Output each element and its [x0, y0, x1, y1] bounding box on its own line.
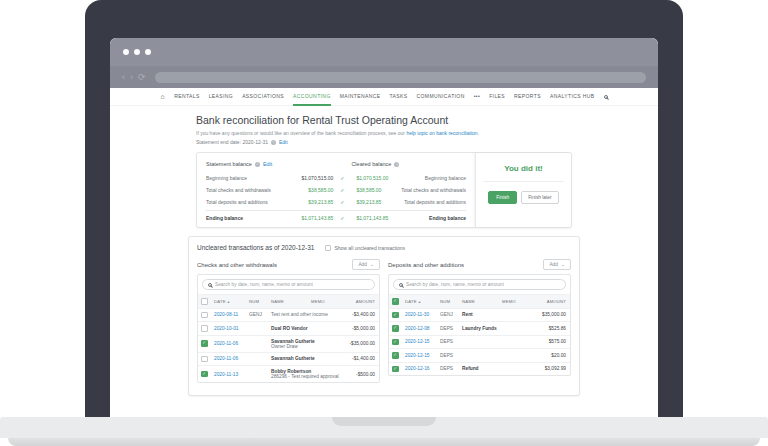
info-icon[interactable]: i: [255, 162, 260, 167]
table-row[interactable]: ✓2020-12-15DEPS$20.00: [389, 348, 570, 362]
deposits-search-input[interactable]: Search by date, num, name, memo or amoun…: [393, 279, 566, 290]
column-header-name: NAME: [271, 299, 311, 304]
row-amount: -$500.00: [339, 372, 375, 377]
deposits-table: Search by date, num, name, memo or amoun…: [388, 274, 571, 376]
help-topic-link[interactable]: help topic on bank reconciliation.: [406, 130, 479, 136]
nav-item-associations[interactable]: ASSOCIATIONS: [242, 88, 284, 106]
row-amount: $20.00: [530, 353, 566, 358]
show-all-checkbox[interactable]: [325, 245, 331, 251]
edit-date-link[interactable]: Edit: [279, 139, 288, 145]
balance-row-value: $38,585.00: [284, 187, 334, 193]
address-bar[interactable]: [155, 72, 646, 83]
balance-row-label: Total checks and withdrawals: [401, 187, 466, 193]
table-row[interactable]: ✓2020-11-30GENJRent$35,000.00: [389, 308, 570, 322]
nav-item-tasks[interactable]: TASKS: [389, 88, 407, 106]
nav-item-maintenance[interactable]: MAINTENANCE: [340, 88, 381, 106]
balance-row-value: $1,070,515.00: [351, 175, 401, 181]
row-date-link[interactable]: 2020-11-13: [214, 372, 249, 377]
row-num: DEPS: [440, 339, 462, 344]
row-checkbox[interactable]: [201, 356, 208, 363]
finish-button[interactable]: Finish: [488, 191, 517, 204]
row-checkbox[interactable]: [201, 312, 208, 319]
show-all-control[interactable]: Show all uncleared transactions: [325, 245, 405, 251]
nav-search-icon[interactable]: [604, 95, 608, 99]
deposits-add-button[interactable]: Add ⌄: [543, 259, 571, 270]
table-row[interactable]: ✓2020-11-13Bobby Robertson286296 - Test …: [198, 365, 379, 382]
row-checkbox[interactable]: ✓: [392, 352, 399, 359]
row-date-link[interactable]: 2020-12-15: [405, 339, 440, 344]
column-header-memo: MEMO: [502, 299, 530, 304]
info-icon[interactable]: i: [394, 162, 399, 167]
row-date-link[interactable]: 2020-12-08: [405, 326, 440, 331]
row-num: DEPS: [440, 326, 462, 331]
edit-balance-link[interactable]: Edit: [263, 161, 272, 167]
row-date-link[interactable]: 2020-08-11: [214, 312, 249, 317]
row-checkbox[interactable]: ✓: [392, 312, 399, 319]
browser-title-bar: [110, 38, 658, 66]
row-checkbox[interactable]: ✓: [392, 366, 399, 373]
column-header-num: NUM: [440, 299, 462, 304]
select-all-checkbox[interactable]: ✓: [392, 298, 399, 305]
forward-icon[interactable]: ›: [130, 73, 133, 82]
ending-balance-label: Ending balance: [401, 210, 466, 225]
row-date-link[interactable]: 2020-12-15: [405, 353, 440, 358]
nav-item-rentals[interactable]: RENTALS: [174, 88, 200, 106]
row-name-memo: Savannah Gutherie: [271, 356, 339, 361]
row-date-link[interactable]: 2020-12-16: [405, 366, 440, 371]
nav-item-leasing[interactable]: LEASING: [209, 88, 233, 106]
nav-item-accounting[interactable]: ACCOUNTING: [293, 88, 331, 106]
row-checkbox[interactable]: ✓: [392, 339, 399, 346]
table-row[interactable]: ✓2020-12-08DEPSLaundry Funds$525.86: [389, 321, 570, 335]
home-icon[interactable]: ⌂: [161, 93, 166, 100]
row-checkbox[interactable]: ✓: [201, 371, 208, 378]
deposits-title: Deposits and other additions: [388, 262, 464, 268]
info-icon[interactable]: i: [271, 140, 276, 145]
finish-later-button[interactable]: Finish later: [521, 191, 558, 204]
check-icon: ✓: [333, 187, 351, 193]
uncleared-title: Uncleared transactions as of 2020-12-31: [197, 244, 314, 251]
withdrawals-column: Checks and other withdrawals Add ⌄: [197, 259, 380, 383]
table-row[interactable]: 2020-10-01Dual RO Vendor-$5,000.00: [198, 321, 379, 335]
row-checkbox[interactable]: ✓: [392, 325, 399, 332]
sort-asc-icon: ▲: [227, 300, 231, 304]
row-amount: -$1,400.00: [339, 356, 375, 361]
window-close-button[interactable]: [123, 49, 129, 55]
main-nav: ⌂ RENTALSLEASINGASSOCIATIONSACCOUNTINGMA…: [110, 88, 658, 106]
column-header-amount: AMOUNT: [339, 299, 375, 304]
ending-balance-label: Ending balance: [206, 210, 284, 225]
row-date-link[interactable]: 2020-10-01: [214, 326, 249, 331]
window-minimize-button[interactable]: [134, 49, 140, 55]
nav-item-communication[interactable]: COMMUNICATION: [417, 88, 465, 106]
table-row[interactable]: ✓2020-11-06Savannah GutherieOwner Draw-$…: [198, 335, 379, 352]
row-date-link[interactable]: 2020-11-06: [214, 356, 249, 361]
table-row[interactable]: ✓2020-12-15DEPS$575.00: [389, 335, 570, 349]
nav-item-more[interactable]: •••: [474, 88, 480, 106]
check-icon: ✓: [333, 199, 351, 205]
table-row[interactable]: 2020-08-11GENJTest rent and other income…: [198, 308, 379, 322]
divider: [483, 181, 564, 182]
row-checkbox[interactable]: ✓: [201, 340, 208, 347]
withdrawals-title: Checks and other withdrawals: [197, 262, 277, 268]
uncleared-card: Uncleared transactions as of 2020-12-31 …: [188, 236, 580, 396]
nav-item-files[interactable]: FILES: [489, 88, 505, 106]
nav-item-analytics-hub[interactable]: ANALYTICS HUB: [550, 88, 595, 106]
window-maximize-button[interactable]: [145, 49, 151, 55]
column-header-date[interactable]: DATE▲: [405, 299, 440, 304]
back-icon[interactable]: ‹: [122, 73, 125, 82]
laptop-bezel: ‹ › ⟳ ⌂ RENTALSLEASINGASSOCIATIONSACCOUN…: [85, 0, 683, 420]
table-row[interactable]: 2020-11-06Savannah Gutherie-$1,400.00: [198, 352, 379, 366]
column-header-date[interactable]: DATE▲: [214, 299, 249, 304]
refresh-icon[interactable]: ⟳: [138, 73, 146, 82]
row-date-link[interactable]: 2020-11-06: [214, 341, 249, 346]
select-all-checkbox[interactable]: [201, 298, 208, 305]
withdrawals-search-input[interactable]: Search by date, num, name, memo or amoun…: [202, 279, 375, 290]
row-date-link[interactable]: 2020-11-30: [405, 312, 440, 317]
withdrawals-add-button[interactable]: Add ⌄: [352, 259, 380, 270]
table-row[interactable]: ✓2020-12-16DEPSRefund$3,092.99: [389, 362, 570, 376]
table-header: ✓ DATE▲ NUM NAME MEMO AMOUNT: [389, 295, 570, 308]
row-amount: -$5,000.00: [339, 326, 375, 331]
nav-item-reports[interactable]: REPORTS: [514, 88, 541, 106]
cleared-balance-header: Cleared balance i: [351, 160, 466, 172]
row-checkbox[interactable]: [201, 325, 208, 332]
balance-row-label: Total deposits and additions: [401, 199, 466, 205]
